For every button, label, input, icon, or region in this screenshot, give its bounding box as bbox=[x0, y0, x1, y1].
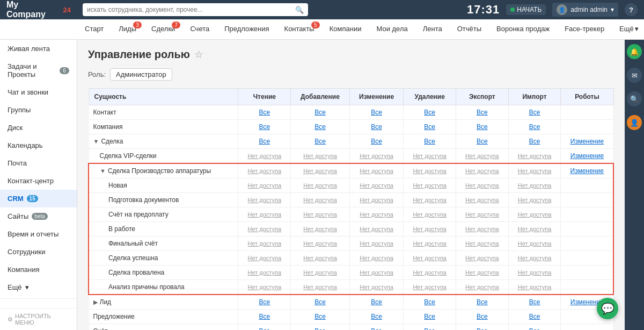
robots-cell[interactable]: Изменение bbox=[561, 163, 613, 178]
delete-cell[interactable]: Нет доступа bbox=[404, 163, 456, 178]
delete-cell[interactable]: Все bbox=[404, 295, 456, 310]
change-cell[interactable]: Нет доступа bbox=[349, 207, 404, 222]
reading-value[interactable]: Все bbox=[259, 298, 270, 306]
adding-cell[interactable]: Нет доступа bbox=[291, 266, 350, 280]
import-cell[interactable]: Нет доступа bbox=[508, 149, 561, 164]
export-cell[interactable]: Все bbox=[456, 295, 509, 310]
import-cell[interactable]: Все bbox=[508, 120, 561, 134]
import-cell[interactable]: Нет доступа bbox=[508, 222, 561, 236]
favorite-star-icon[interactable]: ☆ bbox=[194, 49, 203, 61]
robots-value[interactable]: Изменение bbox=[570, 152, 604, 160]
adding-value[interactable]: Нет доступа bbox=[303, 240, 337, 247]
reading-cell[interactable]: Все bbox=[238, 105, 291, 120]
import-value[interactable]: Нет доступа bbox=[518, 240, 552, 247]
reading-value[interactable]: Нет доступа bbox=[248, 226, 282, 232]
import-value[interactable]: Нет доступа bbox=[518, 211, 552, 218]
change-value[interactable]: Все bbox=[371, 298, 382, 306]
change-cell[interactable]: Нет доступа bbox=[349, 178, 404, 193]
change-value[interactable]: Все bbox=[371, 109, 382, 116]
export-cell[interactable]: Нет доступа bbox=[456, 207, 509, 222]
import-cell[interactable]: Все bbox=[508, 310, 561, 324]
reading-cell[interactable]: Все bbox=[238, 324, 291, 331]
delete-cell[interactable]: Нет доступа bbox=[404, 193, 456, 207]
import-value[interactable]: Нет доступа bbox=[518, 168, 552, 174]
export-value[interactable]: Все bbox=[477, 138, 488, 145]
reading-value[interactable]: Нет доступа bbox=[248, 153, 282, 159]
sidebar-item-disk[interactable]: Диск bbox=[0, 119, 77, 137]
adding-value[interactable]: Нет доступа bbox=[303, 182, 337, 189]
reading-cell[interactable]: Нет доступа bbox=[238, 266, 291, 280]
import-value[interactable]: Нет доступа bbox=[518, 255, 552, 261]
nav-item-reports[interactable]: Отчёты bbox=[450, 19, 489, 40]
import-cell[interactable]: Все bbox=[508, 105, 561, 120]
import-value[interactable]: Нет доступа bbox=[518, 197, 552, 203]
import-value[interactable]: Все bbox=[529, 138, 540, 145]
change-value[interactable]: Нет доступа bbox=[360, 153, 393, 159]
nav-item-face[interactable]: Face-трекер bbox=[557, 19, 612, 40]
export-cell[interactable]: Все bbox=[456, 310, 509, 324]
sidebar-item-company[interactable]: Компания bbox=[0, 261, 77, 278]
change-value[interactable]: Нет доступа bbox=[360, 240, 393, 247]
adding-value[interactable]: Все bbox=[314, 123, 326, 131]
reading-value[interactable]: Нет доступа bbox=[248, 211, 282, 218]
expand-icon[interactable]: ▼ bbox=[100, 168, 106, 174]
import-value[interactable]: Нет доступа bbox=[518, 269, 552, 276]
import-cell[interactable]: Нет доступа bbox=[508, 251, 561, 266]
change-cell[interactable]: Все bbox=[349, 295, 404, 310]
change-cell[interactable]: Нет доступа bbox=[349, 251, 404, 266]
reading-value[interactable]: Нет доступа bbox=[248, 269, 282, 276]
expand-icon[interactable]: ▼ bbox=[93, 138, 99, 145]
export-cell[interactable]: Все bbox=[456, 324, 509, 331]
adding-value[interactable]: Нет доступа bbox=[303, 153, 337, 159]
sidebar-item-timereports[interactable]: Время и отчеты bbox=[0, 225, 77, 243]
delete-value[interactable]: Все bbox=[424, 313, 435, 320]
delete-value[interactable]: Нет доступа bbox=[413, 153, 447, 159]
change-value[interactable]: Нет доступа bbox=[360, 168, 393, 174]
export-value[interactable]: Нет доступа bbox=[465, 240, 499, 247]
change-value[interactable]: Нет доступа bbox=[360, 197, 393, 203]
adding-value[interactable]: Нет доступа bbox=[303, 269, 337, 276]
export-cell[interactable]: Нет доступа bbox=[456, 236, 509, 251]
adding-value[interactable]: Все bbox=[314, 313, 326, 320]
import-value[interactable]: Нет доступа bbox=[518, 182, 552, 189]
import-value[interactable]: Все bbox=[529, 327, 540, 330]
nav-item-contacts[interactable]: Контакты 5 bbox=[277, 19, 322, 40]
export-cell[interactable]: Нет доступа bbox=[456, 193, 509, 207]
import-value[interactable]: Все bbox=[529, 298, 540, 306]
adding-cell[interactable]: Все bbox=[291, 310, 350, 324]
import-cell[interactable]: Все bbox=[508, 134, 561, 149]
reading-value[interactable]: Нет доступа bbox=[248, 168, 282, 174]
adding-cell[interactable]: Нет доступа bbox=[291, 207, 350, 222]
delete-cell[interactable]: Нет доступа bbox=[404, 222, 456, 236]
change-value[interactable]: Нет доступа bbox=[360, 255, 393, 261]
export-value[interactable]: Нет доступа bbox=[465, 182, 499, 189]
change-value[interactable]: Все bbox=[371, 313, 382, 320]
adding-cell[interactable]: Нет доступа bbox=[291, 222, 350, 236]
nav-item-funnel[interactable]: Воронка продаж bbox=[489, 19, 557, 40]
import-value[interactable]: Нет доступа bbox=[518, 153, 552, 159]
reading-cell[interactable]: Все bbox=[238, 134, 291, 149]
delete-value[interactable]: Все bbox=[424, 138, 435, 145]
reading-value[interactable]: Все bbox=[259, 138, 270, 145]
robots-value[interactable]: Изменение bbox=[570, 138, 604, 145]
right-icon-user[interactable]: 👤 bbox=[627, 115, 642, 130]
delete-value[interactable]: Нет доступа bbox=[413, 197, 447, 203]
export-value[interactable]: Нет доступа bbox=[465, 269, 499, 276]
import-cell[interactable]: Нет доступа bbox=[508, 193, 561, 207]
delete-value[interactable]: Нет доступа bbox=[413, 168, 447, 174]
export-cell[interactable]: Нет доступа bbox=[456, 222, 509, 236]
robots-cell[interactable]: Изменение bbox=[561, 134, 613, 149]
import-value[interactable]: Все bbox=[529, 313, 540, 320]
change-value[interactable]: Все bbox=[371, 123, 382, 131]
import-value[interactable]: Нет доступа bbox=[518, 284, 552, 290]
change-value[interactable]: Нет доступа bbox=[360, 182, 393, 189]
import-value[interactable]: Все bbox=[529, 123, 540, 131]
adding-value[interactable]: Нет доступа bbox=[303, 197, 337, 203]
delete-cell[interactable]: Все bbox=[404, 324, 456, 331]
nav-item-start[interactable]: Старт bbox=[77, 19, 111, 40]
reading-cell[interactable]: Нет доступа bbox=[238, 236, 291, 251]
delete-value[interactable]: Все bbox=[424, 327, 435, 330]
delete-value[interactable]: Все bbox=[424, 298, 435, 306]
robots-cell[interactable]: Изменение bbox=[561, 149, 613, 164]
adding-cell[interactable]: Нет доступа bbox=[291, 236, 350, 251]
